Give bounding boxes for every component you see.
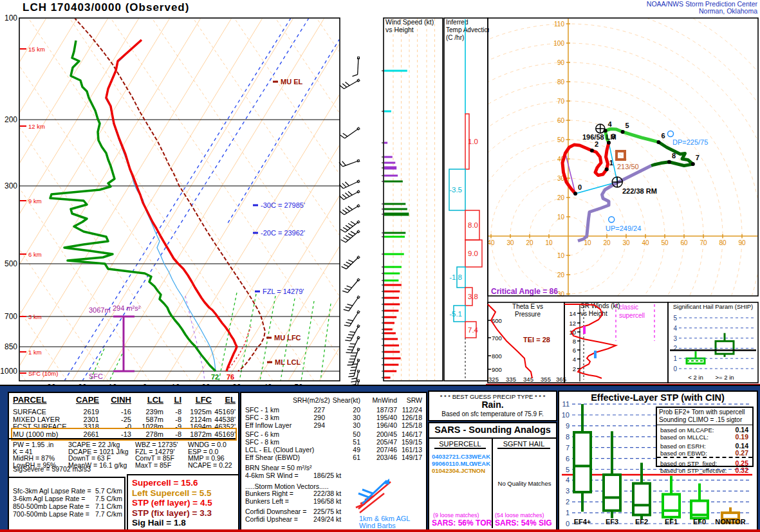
km-marker-label: 6 (661, 132, 665, 140)
stp-ytick-label: 6 (566, 455, 570, 463)
dry-adiabat-line (275, 18, 489, 381)
stp-ytick-label: 3 (566, 487, 570, 495)
wind-speed-bar (384, 284, 402, 286)
ship-cat-ge2: >= 2 in (715, 374, 734, 381)
hodo-tick-label: 90 (738, 239, 746, 246)
isotherm-line (165, 18, 386, 381)
hodo-tick-label: 100 (553, 40, 564, 47)
wind-speed-bar (384, 338, 398, 340)
barb-flag (344, 308, 349, 313)
spc-sounding-page: LCH 170403/0000 (Observed) NOAA/NWS Stor… (0, 0, 760, 532)
barb-staff (351, 326, 358, 341)
storm-vector-value: 222/38 kt (313, 490, 341, 497)
ship-frame (668, 302, 758, 383)
srh-row-value: 30 (328, 421, 360, 429)
divider (657, 425, 752, 425)
srh-row-value: 20 (328, 406, 360, 414)
stp-category-label: EF4+ (574, 518, 591, 526)
srwinds-title1: SR Winds (kt) (580, 302, 620, 309)
wind-speed-bar (384, 280, 398, 282)
barb-staff (349, 312, 358, 326)
isotherm-line (0, 18, 170, 381)
sars-match-category: NON (472, 467, 485, 474)
height-tick-label: 3 km (28, 313, 42, 320)
tei-label: TEI = 28 (523, 336, 550, 344)
srh-row-value: 159/15 (384, 438, 422, 446)
isotherm-line (134, 18, 355, 381)
sr46-label: 4-6km SR Wind = (245, 472, 299, 479)
barb-staff (343, 161, 358, 167)
stp-category-label: EF3 (606, 518, 618, 526)
precip-basis: Based on sfc temperature of 75.9 F. (429, 410, 556, 417)
thetae-title2: Pressure (515, 311, 541, 318)
parcel-cell-el: 45169' (211, 408, 236, 416)
wind-speed-bar (384, 316, 396, 318)
srh-row-label: SFC - 8 km (245, 438, 279, 446)
lapse-rate-label: Sfc-3km Agl Lapse Rate = (13, 487, 91, 495)
sars-hail-empty: No Quality Matches (496, 480, 553, 487)
divider (9, 438, 236, 439)
storm-vector-label: Corfidi Downshear = (245, 508, 306, 515)
sars-match-id[interactable]: 99060110.MLC (432, 460, 474, 467)
parcel-cell-li: -8 (165, 416, 181, 423)
sars-match-id[interactable]: 01042304.JCT (432, 467, 472, 474)
divider (657, 457, 752, 458)
wind-speed-bar (384, 364, 398, 366)
barb-flag (348, 375, 354, 378)
isotherm-line (103, 18, 324, 381)
sfc-temp-f: 76 (227, 373, 234, 381)
stp-ytick-label: 1 (566, 509, 570, 517)
parcel-table-panel: PARCELCAPECINHLCLLILFCEL SURFACE2619-162… (8, 392, 239, 531)
pressure-tick-label: 200 (5, 115, 17, 124)
precip-type: Rain. (429, 399, 556, 410)
parcel-cell-li: -8 (165, 408, 181, 416)
wind-speed-bar (384, 167, 396, 170)
advection-panel-frame (444, 18, 488, 381)
thetae-xtick-label: 355 (541, 376, 551, 383)
composite-index: STP (fix layer) = 3.3 (132, 508, 212, 518)
prob-row-label: based on STP_effective: (660, 467, 727, 474)
prob-row-label: based on ESRH: (660, 443, 706, 450)
barb-flag (341, 239, 346, 244)
barb-flag (342, 161, 346, 167)
stp-ytick-label: 11 (562, 400, 570, 408)
brn-shear: BRN Shear = 50 m²/s² (245, 464, 312, 472)
barb-caption: 1km & 6km AGL Wind Barbs (359, 515, 410, 529)
lapse-rate-label: 700-500mb Lapse Rate = (13, 510, 89, 518)
inflow-depth-label: 3067m (89, 306, 111, 314)
barb-flag (342, 265, 347, 270)
srh-header: Shear(kt) (328, 396, 360, 404)
wind-speed-bar (384, 203, 405, 205)
hodo-tick-label: 30 (506, 239, 514, 246)
wind-panel-frame (384, 18, 443, 381)
wind-speed-bar (384, 322, 394, 324)
right-mover-label: 222/38 RM (622, 187, 657, 195)
stp-category-label: EF0 (693, 518, 706, 526)
wind-barb-icon (342, 276, 360, 295)
stp-box (574, 432, 591, 492)
height-tick-label: 12 km (28, 123, 45, 130)
stp-category-label: EF2 (635, 518, 648, 526)
ship-ytick-label: 3 (673, 335, 677, 342)
isotherm-line (257, 18, 479, 381)
parcel-cell-cape: 2619 (68, 408, 99, 416)
advection-value: 3.8 (468, 293, 478, 300)
sars-match-id[interactable]: 04032721.C33 (432, 453, 472, 460)
srh-row-label: SFC - 6 km (245, 430, 279, 438)
srh-row-value: 30 (328, 414, 360, 421)
hodo-tick-label: 20 (603, 239, 611, 246)
wind-speed-bars (382, 70, 409, 379)
wind-speed-bar (384, 371, 396, 372)
stp-ytick-label: 0 (566, 520, 570, 527)
effective-inflow-marker (113, 316, 134, 371)
composite-indices-box: Supercell = 15.6Left Supercell = 5.5STP … (127, 474, 238, 532)
pressure-tick-label: 100 (5, 14, 17, 23)
wind-speed-bar (384, 236, 405, 238)
storm-vector-label: Corfidi Upshear = (245, 515, 298, 523)
wind-speed-bar (384, 333, 396, 335)
divider (492, 437, 493, 528)
km-marker-label: 8 (672, 152, 676, 160)
thetae-ytick-label: 900 (492, 366, 502, 373)
wind-barb-icon (339, 156, 360, 168)
ship-ytick-label: 5 (673, 315, 677, 322)
